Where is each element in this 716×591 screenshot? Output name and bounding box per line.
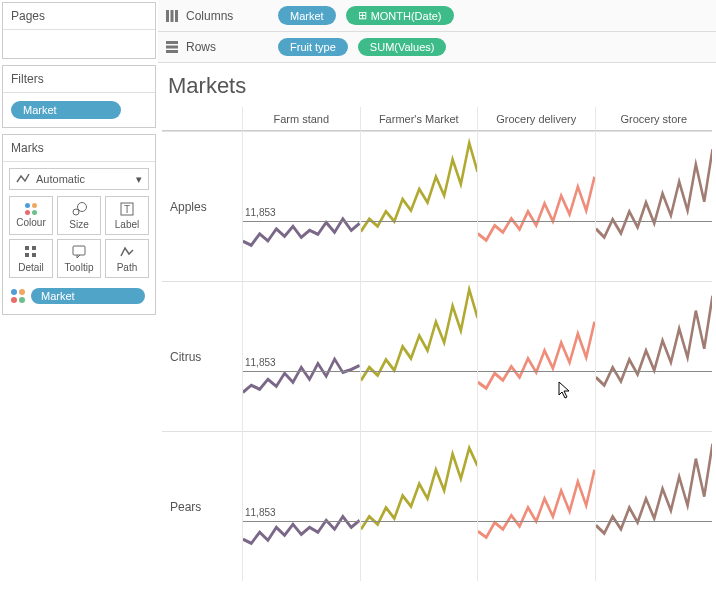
marks-colour-button[interactable]: Colour (9, 196, 53, 235)
viz-title: Markets (168, 73, 712, 99)
svg-rect-7 (32, 253, 36, 257)
rows-label: Rows (186, 40, 276, 54)
marks-path-button[interactable]: Path (105, 239, 149, 278)
rows-pill-fruit-type[interactable]: Fruit type (278, 38, 348, 56)
chart-cell[interactable] (360, 131, 478, 281)
marks-size-button[interactable]: Size (57, 196, 101, 235)
columns-pill-market[interactable]: Market (278, 6, 336, 25)
marks-tooltip-button[interactable]: Tooltip (57, 239, 101, 278)
row-header: Citrus (162, 281, 242, 431)
tooltip-icon (71, 244, 87, 260)
marks-detail-button[interactable]: Detail (9, 239, 53, 278)
rows-pill-sum-values[interactable]: SUM(Values) (358, 38, 447, 56)
svg-rect-6 (32, 246, 36, 250)
svg-rect-4 (25, 246, 29, 250)
detail-icon (23, 244, 39, 260)
col-header: Grocery delivery (477, 107, 595, 131)
filter-pill-market[interactable]: Market (11, 101, 121, 119)
size-icon (71, 201, 87, 217)
colour-icon (25, 203, 37, 215)
columns-shelf[interactable]: Columns Market ⊞MONTH(Date) (158, 0, 716, 32)
chevron-down-icon: ▾ (136, 173, 142, 186)
col-header: Farm stand (242, 107, 360, 131)
ref-line-label: 11,853 (245, 207, 276, 218)
path-icon (119, 244, 135, 260)
marks-type-label: Automatic (36, 173, 85, 185)
chart-cell[interactable] (595, 281, 713, 431)
chart-cell[interactable]: 11,853 (242, 281, 360, 431)
filters-title: Filters (3, 66, 155, 93)
col-header: Grocery store (595, 107, 713, 131)
cursor-icon (558, 381, 572, 399)
rows-icon (162, 40, 182, 54)
marks-label-button[interactable]: T Label (105, 196, 149, 235)
marks-type-select[interactable]: Automatic ▾ (9, 168, 149, 190)
automatic-line-icon (16, 172, 30, 186)
svg-rect-11 (175, 10, 178, 22)
row-header: Pears (162, 431, 242, 581)
chart-cell[interactable] (595, 431, 713, 581)
svg-rect-12 (166, 41, 178, 44)
colour-icon (11, 289, 25, 303)
svg-rect-13 (166, 46, 178, 49)
svg-rect-9 (166, 10, 169, 22)
chart-cell[interactable] (477, 281, 595, 431)
chart-cell[interactable]: 11,853 (242, 431, 360, 581)
chart-cell[interactable] (477, 131, 595, 281)
ref-line-label: 11,853 (245, 507, 276, 518)
svg-rect-8 (73, 246, 85, 255)
svg-point-1 (78, 203, 87, 212)
chart-cell[interactable] (595, 131, 713, 281)
chart-cell[interactable] (360, 281, 478, 431)
ref-line-label: 11,853 (245, 357, 276, 368)
filters-panel: Filters Market (2, 65, 156, 128)
marks-pill-market[interactable]: Market (31, 288, 145, 304)
pages-title: Pages (3, 3, 155, 30)
columns-label: Columns (186, 9, 276, 23)
svg-rect-10 (171, 10, 174, 22)
svg-rect-5 (25, 253, 29, 257)
viz-area[interactable]: Markets Farm standFarmer's MarketGrocery… (158, 63, 716, 591)
svg-text:T: T (124, 204, 130, 215)
marks-panel: Marks Automatic ▾ Colour (2, 134, 156, 315)
columns-icon (162, 9, 182, 23)
chart-cell[interactable]: 11,853 (242, 131, 360, 281)
columns-pill-month-date[interactable]: ⊞MONTH(Date) (346, 6, 454, 25)
chart-cell[interactable] (360, 431, 478, 581)
rows-shelf[interactable]: Rows Fruit type SUM(Values) (158, 32, 716, 63)
svg-rect-14 (166, 50, 178, 53)
col-header: Farmer's Market (360, 107, 478, 131)
row-header: Apples (162, 131, 242, 281)
chart-cell[interactable] (477, 431, 595, 581)
marks-title: Marks (3, 135, 155, 162)
label-icon: T (119, 201, 135, 217)
pages-panel: Pages (2, 2, 156, 59)
